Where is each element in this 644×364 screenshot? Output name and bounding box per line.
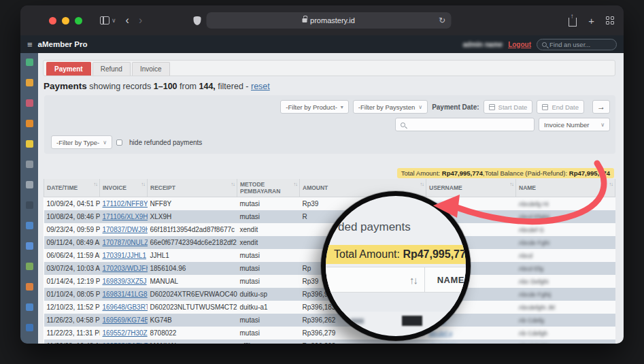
filter-panel: -Filter by Product- ▾ -Filter by Paysyst… — [44, 95, 615, 154]
sort-icon[interactable]: ↑↓ — [94, 181, 98, 187]
invoice-link[interactable]: 169552/7H30Z — [103, 329, 148, 337]
invoice-link[interactable]: 169839/3XZ5J — [103, 278, 147, 285]
cell-name-redacted: Abcd — [516, 249, 615, 262]
reload-icon[interactable]: ↻ — [439, 16, 445, 25]
cell-date: 11/26/23, 04:58 PM — [44, 314, 100, 327]
filter-by-product-select[interactable]: -Filter by Product- ▾ — [280, 100, 349, 114]
cell-date: 03/07/24, 10:03 AM — [44, 262, 100, 275]
tab-overview-icon[interactable] — [606, 16, 614, 24]
tab-refund[interactable]: Refund — [92, 62, 131, 76]
reset-filters-link[interactable]: reset — [251, 82, 270, 91]
cell-method: xendit — [237, 223, 300, 236]
search-icon — [401, 122, 405, 127]
sort-icon[interactable]: ↑↓ — [231, 181, 235, 187]
minimize-window-button[interactable] — [62, 17, 69, 24]
invoice-link[interactable]: 171102/NFF8Y — [103, 200, 148, 208]
table-row: 10/09/24, 04:51 PM171102/NFF8YNFF8Ymutas… — [44, 197, 615, 210]
sidebar-icon — [100, 16, 109, 24]
column-header[interactable]: INVOICE↑↓ — [100, 179, 148, 197]
sidebar-item-browse-icon[interactable] — [26, 324, 33, 331]
cell-receipt: 66f181f13954d2ad87f8677c — [148, 223, 237, 236]
sort-icon[interactable]: ↑↓ — [294, 181, 298, 187]
cell-method: mutasi — [237, 275, 300, 288]
table-row: 11/26/23, 04:58 PM169569/KG74BKG74Bmutas… — [44, 314, 615, 327]
cell-receipt: NFF8Y — [148, 197, 237, 210]
magnified-redacted-text — [402, 316, 422, 326]
column-header[interactable]: RECEIPT↑↓ — [148, 179, 237, 197]
sidebar-item-marketing-icon[interactable] — [26, 283, 33, 291]
cell-date: 12/10/23, 11:52 PM — [44, 301, 100, 314]
invoice-link[interactable]: 170787/0NULZ — [103, 239, 148, 246]
close-window-button[interactable] — [49, 17, 56, 24]
sidebar-item-dashboard-icon[interactable] — [26, 59, 33, 66]
cell-name-redacted: Abcdefg Hi — [516, 197, 615, 210]
back-button[interactable]: ‹ — [126, 14, 129, 27]
sidebar-toggle-button[interactable]: ∨ — [100, 16, 116, 24]
column-header[interactable]: METODE PEMBAYARAN↑↓ — [237, 179, 300, 197]
filter-by-paysystem-select[interactable]: -Filter by Paysysten ∨ — [353, 100, 428, 114]
sidebar-item-protect-icon[interactable] — [26, 140, 33, 148]
cell-invoice: 169648/GB3RT — [100, 301, 148, 314]
filter-by-type-select[interactable]: -Filter by Type- ∨ — [51, 135, 112, 149]
zoom-window-button[interactable] — [75, 17, 82, 24]
logout-link[interactable]: Logout — [508, 41, 531, 48]
sidebar-item-products-icon[interactable] — [26, 120, 33, 127]
new-tab-icon[interactable]: + — [588, 15, 594, 27]
address-bar[interactable]: promastery.id ↻ — [206, 12, 451, 29]
cell-name-redacted: Abc Defghi — [516, 275, 615, 288]
share-icon[interactable] — [569, 18, 577, 27]
sort-icon[interactable]: ↑↓ — [609, 181, 613, 187]
browser-window: ∨ ‹ › promastery.id ↻ + ≡ aMember Pro ad… — [20, 5, 624, 344]
invoice-link[interactable]: 169831/41LG8 — [103, 291, 148, 298]
sort-icon[interactable]: ↑↓ — [141, 181, 146, 187]
column-header[interactable]: USERNAME↑↓ — [426, 179, 516, 197]
cell-invoice: 169569/KG74B — [100, 314, 148, 327]
sidebar-item-user-insights-icon[interactable] — [26, 263, 33, 270]
cell-receipt: XLX9H — [148, 210, 237, 223]
sidebar-item-cart-icon[interactable] — [26, 181, 33, 188]
find-user-placeholder: Find an user... — [549, 41, 590, 48]
invoice-link[interactable]: 169569/KG74B — [103, 316, 148, 324]
table-row: 11/22/23, 11:31 PM169552/7H30Z8708022mut… — [44, 327, 615, 340]
sidebar-item-reports-icon[interactable] — [26, 99, 33, 107]
hide-refunded-checkbox[interactable] — [116, 139, 122, 146]
invoice-link[interactable]: 170391/JJHL1 — [103, 252, 147, 259]
cell-receipt: KG74B — [148, 314, 237, 327]
cell-name-redacted: Abcd Efghij — [516, 210, 615, 223]
sidebar-item-integrations-icon[interactable] — [26, 222, 33, 229]
lock-icon — [302, 18, 307, 22]
page-title: Payments — [44, 81, 87, 91]
sidebar-item-users-icon[interactable] — [26, 79, 33, 86]
invoice-link[interactable]: 169533/SAFL7 — [103, 342, 148, 344]
invoice-number-select[interactable]: Invoice Number ∨ — [539, 118, 610, 131]
cell-method: mutasi — [237, 210, 300, 223]
sidebar-item-pages-icon[interactable] — [26, 242, 33, 250]
menu-icon[interactable]: ≡ — [27, 39, 33, 50]
column-header[interactable]: NAME↑↓ — [516, 179, 615, 197]
sort-icon[interactable]: ↑↓ — [510, 181, 514, 187]
sidebar-item-affiliates-icon[interactable] — [26, 201, 33, 209]
admin-sidebar — [20, 53, 38, 344]
invoice-link[interactable]: 170837/DWJ9H — [103, 226, 148, 233]
tab-payment[interactable]: Payment — [46, 62, 91, 76]
table-header-row: DATE/TIME↑↓INVOICE↑↓RECEIPT↑↓METODE PEMB… — [44, 179, 615, 197]
start-date-input[interactable]: Start Date — [484, 100, 533, 114]
cell-invoice: 171106/XLX9H — [100, 210, 148, 223]
tab-invoice[interactable]: Invoice — [132, 62, 170, 76]
forward-button[interactable]: › — [139, 14, 142, 27]
cell-method: mutasi — [237, 262, 300, 275]
sidebar-item-configuration-icon[interactable] — [26, 161, 33, 168]
cell-date: 11/22/23, 11:31 PM — [44, 327, 100, 340]
find-user-search[interactable]: Find an user... — [537, 39, 617, 50]
cell-name-redacted: Abcdef G — [516, 223, 615, 236]
invoice-link[interactable]: 169648/GB3RT — [103, 303, 148, 311]
invoice-link[interactable]: 170203/WDJFH — [103, 265, 148, 272]
end-date-input[interactable]: End Date — [537, 100, 584, 114]
invoice-link[interactable]: 171106/XLX9H — [103, 213, 148, 220]
column-header[interactable]: DATE/TIME↑↓ — [44, 179, 100, 197]
sort-icon[interactable]: ↑↓ — [420, 181, 424, 187]
apply-filters-button[interactable]: → — [592, 100, 610, 114]
invoice-search-input[interactable] — [395, 118, 535, 131]
privacy-shield-icon[interactable] — [193, 16, 201, 25]
sidebar-item-utilities-icon[interactable] — [26, 303, 33, 311]
